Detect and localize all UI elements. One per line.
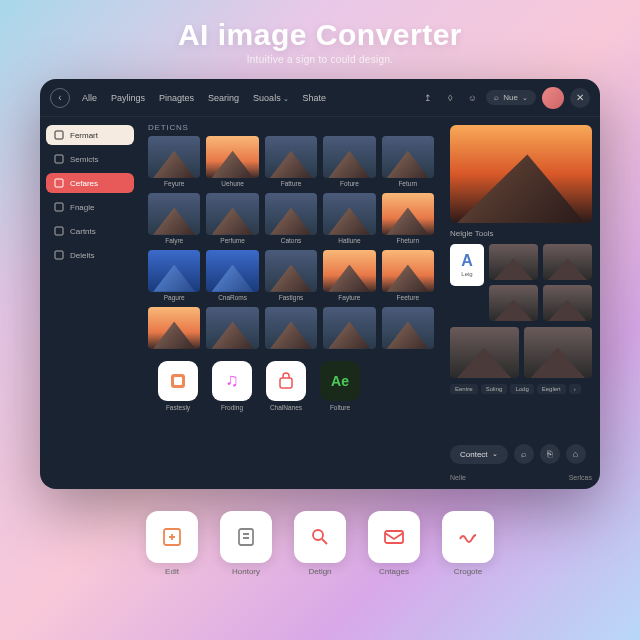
sidebar-item[interactable]: Cefares xyxy=(46,173,134,193)
app-label: Fastesly xyxy=(166,404,190,411)
dock-label: Detign xyxy=(308,567,331,576)
app-tile[interactable]: AeFolture xyxy=(318,361,362,411)
thumb-label: Pagure xyxy=(164,294,185,301)
nav-item[interactable]: Paylings xyxy=(105,89,151,107)
thumb-label: Feturn xyxy=(398,180,417,187)
svg-rect-8 xyxy=(280,378,292,388)
gallery-thumb[interactable]: Pagure xyxy=(148,250,200,301)
gallery-thumb[interactable]: Feyure xyxy=(148,136,200,187)
app-tile[interactable]: Fastesly xyxy=(156,361,200,411)
thumb-label: Perfume xyxy=(220,237,245,244)
app-icon: Ae xyxy=(320,361,360,401)
contact-button[interactable]: Contect⌄ xyxy=(450,445,508,464)
sidebar: FermartSemictsCefaresFnagleCartntsDelelt… xyxy=(40,117,140,489)
nav-item[interactable]: Alle xyxy=(76,89,103,107)
gallery-thumb[interactable]: Hatlune xyxy=(323,193,375,244)
gallery-thumb[interactable] xyxy=(148,307,200,351)
sidebar-item[interactable]: Fermart xyxy=(46,125,134,145)
gallery-thumb[interactable]: Feturn xyxy=(382,136,434,187)
avatar[interactable] xyxy=(542,87,564,109)
link-icon[interactable]: ⎘ xyxy=(540,444,560,464)
filter-icon[interactable]: ◊ xyxy=(442,90,458,106)
tag-icon[interactable]: ⌂ xyxy=(566,444,586,464)
mini-thumb[interactable] xyxy=(524,327,593,378)
search-action-icon[interactable]: ⌕ xyxy=(514,444,534,464)
sidebar-item[interactable]: Fnagle xyxy=(46,197,134,217)
nav-item[interactable]: Searing xyxy=(202,89,245,107)
gallery-thumb[interactable]: Feeture xyxy=(382,250,434,301)
svg-rect-12 xyxy=(385,531,403,543)
thumb-label: CnaRoms xyxy=(218,294,247,301)
upload-icon[interactable]: ↥ xyxy=(420,90,436,106)
dock-tile-wave[interactable]: Crogote xyxy=(438,511,498,576)
chip-more[interactable]: › xyxy=(569,384,581,394)
app-tile[interactable]: ChalNanes xyxy=(264,361,308,411)
app-icon xyxy=(158,361,198,401)
gallery-thumb[interactable] xyxy=(265,307,317,351)
mini-thumb[interactable] xyxy=(543,244,592,280)
gallery-thumb[interactable]: Uehune xyxy=(206,136,258,187)
nav-item[interactable]: Pinagtes xyxy=(153,89,200,107)
gallery-thumb[interactable]: Fatture xyxy=(265,136,317,187)
svg-rect-1 xyxy=(55,155,63,163)
chip[interactable]: Eeglert xyxy=(537,384,566,394)
close-button[interactable]: ✕ xyxy=(570,88,590,108)
hero-title: AI image Converter xyxy=(178,18,462,52)
dock-tile-edit[interactable]: Edit xyxy=(142,511,202,576)
user-icon[interactable]: ☺ xyxy=(464,90,480,106)
chip[interactable]: Soling xyxy=(481,384,508,394)
back-button[interactable]: ‹ xyxy=(50,88,70,108)
app-tile[interactable]: ♫Froding xyxy=(210,361,254,411)
mini-thumb[interactable] xyxy=(489,244,538,280)
gallery-thumb[interactable]: CnaRoms xyxy=(206,250,258,301)
sidebar-item[interactable]: Cartnts xyxy=(46,221,134,241)
gallery-thumb[interactable] xyxy=(382,307,434,351)
gallery-thumb[interactable] xyxy=(323,307,375,351)
contact-label: Contect xyxy=(460,450,488,459)
sidebar-item[interactable]: Delelts xyxy=(46,245,134,265)
thumb-label: Fayture xyxy=(338,294,360,301)
dock-tile-mail[interactable]: Cntages xyxy=(364,511,424,576)
preview-image[interactable] xyxy=(450,125,592,223)
tool-letter: A xyxy=(461,252,473,270)
dock-tile-design[interactable]: Detign xyxy=(290,511,350,576)
app-window: ‹ AllePaylingsPinagtesSearingSuoalsShate… xyxy=(40,79,600,489)
gallery-thumb[interactable]: Fheturn xyxy=(382,193,434,244)
gallery-thumb[interactable]: Falyre xyxy=(148,193,200,244)
sidebar-icon xyxy=(54,178,64,188)
sidebar-icon xyxy=(54,250,64,260)
gallery-thumb[interactable]: Perfume xyxy=(206,193,258,244)
nav-item[interactable]: Suoals xyxy=(247,89,294,107)
sidebar-icon xyxy=(54,130,64,140)
gallery-thumb[interactable]: Fayture xyxy=(323,250,375,301)
mini-thumb[interactable] xyxy=(489,285,538,321)
nav-item[interactable]: Shate xyxy=(297,89,333,107)
thumb-label: Hatlune xyxy=(338,237,360,244)
design-icon xyxy=(294,511,346,563)
dock-tile-history[interactable]: Hontory xyxy=(216,511,276,576)
dock-label: Hontory xyxy=(232,567,260,576)
gallery-thumb[interactable]: Foture xyxy=(323,136,375,187)
mini-thumb[interactable] xyxy=(450,327,519,378)
tool-tile[interactable]: A Leig xyxy=(450,244,484,286)
svg-rect-0 xyxy=(55,131,63,139)
app-icon: ♫ xyxy=(212,361,252,401)
app-icon xyxy=(266,361,306,401)
edit-icon xyxy=(146,511,198,563)
chip[interactable]: Lodg xyxy=(510,384,533,394)
mail-icon xyxy=(368,511,420,563)
gallery-thumb[interactable]: Catons xyxy=(265,193,317,244)
mini-thumb[interactable] xyxy=(543,285,592,321)
gallery-thumb[interactable] xyxy=(206,307,258,351)
tool-label: Leig xyxy=(461,271,472,277)
search-pill[interactable]: ⌕ Nue ⌄ xyxy=(486,90,536,105)
chip[interactable]: Eentre xyxy=(450,384,478,394)
svg-rect-4 xyxy=(55,227,63,235)
gallery-thumb[interactable]: Fastigns xyxy=(265,250,317,301)
dock-label: Crogote xyxy=(454,567,482,576)
svg-rect-5 xyxy=(55,251,63,259)
sidebar-icon xyxy=(54,202,64,212)
sidebar-item[interactable]: Semicts xyxy=(46,149,134,169)
thumb-label: Fastigns xyxy=(279,294,304,301)
dock-label: Cntages xyxy=(379,567,409,576)
